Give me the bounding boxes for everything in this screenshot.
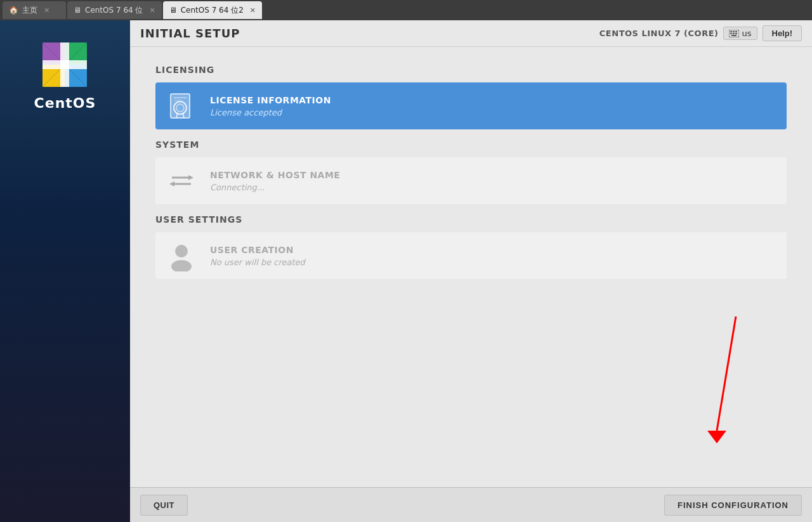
user-creation-item-text: USER CREATION No user will be created	[210, 245, 305, 267]
svg-rect-10	[60, 60, 69, 69]
scroll-content: LICENSING	[130, 47, 812, 487]
user-creation-item-subtitle: No user will be created	[210, 258, 305, 267]
bottom-bar: QUIT FINISH CONFIGURATION	[130, 487, 812, 522]
user-creation-item[interactable]: USER CREATION No user will be created	[155, 232, 787, 279]
keyboard-lang: us	[742, 29, 751, 38]
svg-point-31	[171, 260, 192, 271]
user-creation-item-title: USER CREATION	[210, 245, 305, 255]
network-item-subtitle: Connecting...	[210, 183, 340, 192]
tab-centos2-label: CentOS 7 64 位2	[181, 5, 244, 16]
tab-centos1-label: CentOS 7 64 位	[85, 5, 143, 16]
license-icon	[166, 90, 197, 122]
network-item-text: NETWORK & HOST NAME Connecting...	[210, 170, 340, 192]
page-title: INITIAL SETUP	[140, 27, 240, 40]
svg-rect-16	[733, 33, 735, 34]
tab-centos2-close[interactable]: ✕	[250, 6, 256, 15]
sidebar: CentOS	[0, 20, 130, 522]
licensing-section-header: LICENSING	[155, 65, 787, 75]
svg-rect-15	[730, 33, 732, 34]
user-icon	[166, 240, 197, 271]
license-item-title: LICENSE INFORMATION	[210, 95, 331, 105]
svg-point-30	[175, 245, 188, 258]
svg-rect-18	[731, 35, 737, 36]
license-information-item[interactable]: LICENSE INFORMATION License accepted	[155, 82, 787, 129]
help-button[interactable]: Help!	[763, 25, 802, 41]
centos1-tab-icon: 🖥	[74, 6, 81, 15]
user-settings-section-header: USER SETTINGS	[155, 214, 787, 225]
svg-rect-17	[735, 33, 737, 34]
content-panel: INITIAL SETUP CENTOS LINUX 7 (CORE) us	[130, 20, 812, 522]
system-section-header: SYSTEM	[155, 140, 787, 150]
centos-logo-text: CentOS	[34, 95, 96, 111]
network-icon-box	[166, 165, 197, 197]
network-item-title: NETWORK & HOST NAME	[210, 170, 340, 180]
home-tab-icon: 🏠	[9, 6, 18, 15]
tab-home[interactable]: 🏠 主页 ✕	[3, 1, 66, 19]
main-area: CentOS INITIAL SETUP CENTOS LINUX 7 (COR…	[0, 20, 812, 522]
finish-configuration-button[interactable]: FINISH CONFIGURATION	[664, 495, 802, 516]
centos-version: CENTOS LINUX 7 (CORE)	[599, 29, 719, 38]
tab-home-close[interactable]: ✕	[44, 6, 49, 15]
tab-centos1-close[interactable]: ✕	[149, 6, 155, 15]
license-item-text: LICENSE INFORMATION License accepted	[210, 95, 331, 117]
browser-tabs-bar: 🏠 主页 ✕ 🖥 CentOS 7 64 位 ✕ 🖥 CentOS 7 64 位…	[0, 0, 812, 20]
tab-home-label: 主页	[22, 5, 37, 16]
quit-button[interactable]: QUIT	[140, 495, 188, 516]
tab-centos1[interactable]: 🖥 CentOS 7 64 位 ✕	[67, 1, 162, 19]
svg-rect-13	[733, 31, 735, 32]
tab-centos2[interactable]: 🖥 CentOS 7 64 位2 ✕	[163, 1, 262, 19]
svg-rect-14	[735, 31, 737, 32]
keyboard-icon	[729, 30, 739, 37]
svg-rect-12	[730, 31, 732, 32]
network-hostname-item[interactable]: NETWORK & HOST NAME Connecting...	[155, 157, 787, 204]
top-bar: INITIAL SETUP CENTOS LINUX 7 (CORE) us	[130, 20, 812, 47]
network-icon	[166, 165, 197, 197]
keyboard-indicator[interactable]: us	[723, 27, 757, 40]
svg-marker-27	[188, 175, 193, 180]
license-icon-box	[166, 90, 197, 122]
svg-marker-29	[169, 181, 174, 186]
centos-logo-icon	[39, 39, 90, 90]
top-bar-right: CENTOS LINUX 7 (CORE) us Help!	[599, 25, 802, 41]
license-item-subtitle: License accepted	[210, 108, 331, 117]
centos-logo: CentOS	[34, 39, 96, 111]
user-icon-box	[166, 240, 197, 271]
centos2-tab-icon: 🖥	[169, 6, 177, 15]
